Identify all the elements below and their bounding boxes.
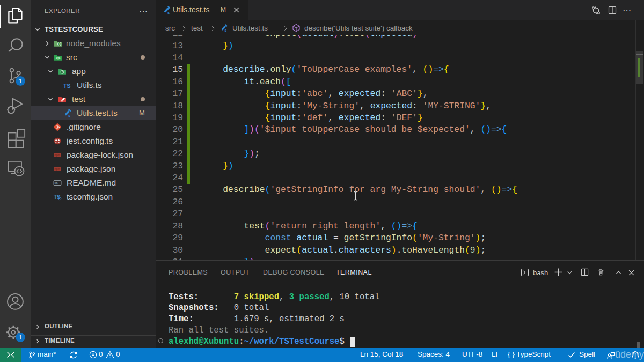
svg-text:s: s xyxy=(68,114,70,117)
svg-text:s: s xyxy=(225,28,227,32)
svg-text:npm: npm xyxy=(54,167,60,171)
svg-text:TS: TS xyxy=(63,83,70,89)
svg-text:M↓: M↓ xyxy=(55,181,59,184)
svg-text:<>: <> xyxy=(55,56,61,61)
svg-text:s: s xyxy=(167,11,170,14)
svg-text:JS: JS xyxy=(58,43,61,46)
svg-text:npm: npm xyxy=(54,153,60,157)
